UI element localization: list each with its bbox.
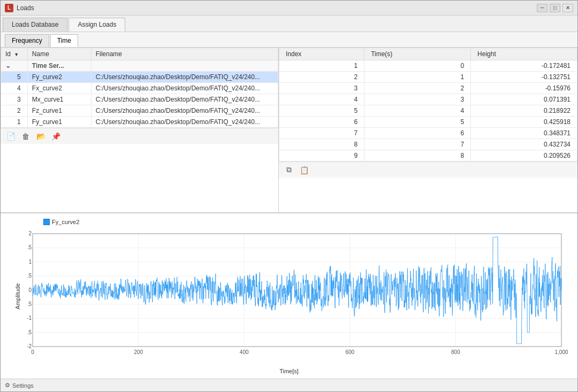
left-toolbar: 📄 🗑 📂 📌 (1, 128, 278, 144)
chart-canvas (27, 219, 572, 363)
main-window: L Loads ─ □ ✕ Loads Database Assign Load… (0, 0, 578, 392)
delete-button[interactable]: 🗑 (20, 130, 32, 142)
col-header-height[interactable]: Height (471, 48, 577, 60)
folder-button[interactable]: 📂 (35, 130, 47, 142)
add-button[interactable]: 📄 (5, 130, 17, 142)
table-row: ⌄Time Ser... (1, 60, 278, 72)
table-row: 10-0.172481 (279, 60, 577, 72)
title-bar-left: L Loads (5, 4, 34, 12)
copy-button[interactable]: ⧉ (283, 164, 295, 176)
title-controls: ─ □ ✕ (537, 4, 573, 12)
main-content: Id ▼ Name Filename ⌄Time Ser...5Fy_curve… (1, 48, 577, 213)
left-table: Id ▼ Name Filename ⌄Time Ser...5Fy_curve… (1, 48, 278, 128)
left-panel: Id ▼ Name Filename ⌄Time Ser...5Fy_curve… (1, 48, 279, 212)
table-row[interactable]: 2Fz_curve1C:/Users/zhouqiao.zhao/Desktop… (1, 105, 278, 117)
status-bar: ⚙ Settings (1, 379, 577, 391)
table-row: 540.218922 (279, 105, 577, 117)
settings-label[interactable]: Settings (12, 382, 34, 389)
main-tabs: Loads Database Assign Loads (1, 16, 577, 32)
title-bar: L Loads ─ □ ✕ (1, 1, 577, 16)
table-row: 870.432734 (279, 139, 577, 150)
x-axis-label: Time[s] (279, 368, 299, 374)
left-table-scroll[interactable]: Id ▼ Name Filename ⌄Time Ser...5Fy_curve… (1, 48, 278, 128)
tab-time[interactable]: Time (50, 34, 78, 47)
right-panel: Index Time(s) Height 10-0.17248121-0.132… (279, 48, 577, 212)
content-area: Frequency Time Id ▼ Name (1, 32, 577, 379)
window-title: Loads (17, 4, 34, 12)
table-row: 650.425918 (279, 117, 577, 128)
col-header-index[interactable]: Index (279, 48, 364, 60)
table-row: 980.209526 (279, 150, 577, 162)
right-table: Index Time(s) Height 10-0.17248121-0.132… (279, 48, 577, 162)
tab-assign-loads[interactable]: Assign Loads (69, 18, 125, 32)
sort-arrow-id: ▼ (14, 52, 19, 57)
table-row[interactable]: 3Mx_curve1C:/Users/zhouqiao.zhao/Desktop… (1, 94, 278, 105)
table-row[interactable]: 5Fy_curve2C:/Users/zhouqiao.zhao/Desktop… (1, 72, 278, 83)
y-axis-label: Amplitude (14, 283, 21, 309)
table-row: 21-0.132751 (279, 72, 577, 83)
chart-container: Fy_curve2 Amplitude Time[s] (1, 213, 577, 379)
table-row: 760.348371 (279, 128, 577, 139)
close-button[interactable]: ✕ (562, 4, 573, 12)
bottom-section: Fy_curve2 Amplitude Time[s] (1, 213, 577, 379)
table-row: 430.071391 (279, 94, 577, 105)
legend-color-box (43, 219, 50, 225)
chart-title: Fy_curve2 (43, 219, 79, 225)
sub-tabs: Frequency Time (1, 32, 577, 48)
settings-icon: ⚙ (5, 382, 10, 389)
col-header-id[interactable]: Id ▼ (1, 48, 28, 60)
pin-button[interactable]: 📌 (50, 130, 62, 142)
paste-button: 📋 (298, 164, 310, 176)
col-header-filename[interactable]: Filename (91, 48, 278, 60)
chart-title-label: Fy_curve2 (52, 219, 79, 225)
col-header-name[interactable]: Name (27, 48, 91, 60)
right-table-scroll[interactable]: Index Time(s) Height 10-0.17248121-0.132… (279, 48, 577, 162)
maximize-button[interactable]: □ (550, 4, 560, 12)
tab-loads-database[interactable]: Loads Database (3, 18, 67, 32)
col-header-time[interactable]: Time(s) (364, 48, 471, 60)
table-row[interactable]: 4Fx_curve2C:/Users/zhouqiao.zhao/Desktop… (1, 83, 278, 94)
table-row: 32-0.15976 (279, 83, 577, 94)
right-toolbar: ⧉ 📋 (279, 162, 577, 178)
tab-frequency[interactable]: Frequency (5, 34, 49, 47)
app-icon: L (5, 4, 13, 12)
minimize-button[interactable]: ─ (537, 4, 547, 12)
table-row[interactable]: 1Fy_curve1C:/Users/zhouqiao.zhao/Desktop… (1, 117, 278, 128)
